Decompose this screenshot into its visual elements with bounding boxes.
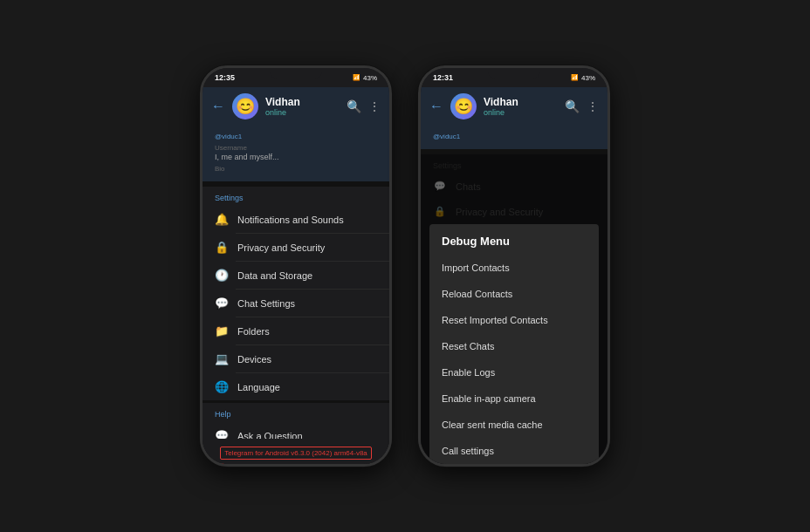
language-icon: 🌐 (215, 380, 229, 393)
battery-icon: 43% (363, 74, 377, 82)
status-icons-left: 📶 43% (353, 74, 377, 82)
menu-item-notifications[interactable]: 🔔 Notifications and Sounds (202, 206, 389, 233)
debug-item-reset-chats[interactable]: Reset Chats (429, 333, 599, 359)
back-button-right[interactable]: ← (429, 99, 443, 114)
menu-item-data[interactable]: 🕐 Data and Storage (202, 262, 389, 289)
avatar-left: 😊 (232, 93, 258, 119)
notch-right (488, 68, 540, 78)
debug-item-enable-logs[interactable]: Enable Logs (429, 359, 599, 385)
data-icon: 🕐 (215, 269, 229, 282)
search-icon-left[interactable]: 🔍 (347, 99, 361, 113)
phone-right: 12:31 📶 43% ← 😊 Vidhan online 🔍 ⋮ @viduc… (418, 65, 610, 467)
menu-item-folders[interactable]: 📁 Folders (202, 317, 389, 344)
profile-bio-label: Bio (215, 165, 377, 173)
phone-content-right: Settings 💬 Chats 🔒 Privacy and Security … (421, 154, 608, 467)
app-header-left: ← 😊 Vidhan online 🔍 ⋮ (202, 87, 389, 126)
phone-right-body: 12:31 📶 43% ← 😊 Vidhan online 🔍 ⋮ @viduc… (418, 65, 610, 467)
debug-menu-title: Debug Menu (429, 224, 599, 255)
devices-icon: 💻 (215, 352, 229, 365)
privacy-label: Privacy and Security (237, 242, 325, 253)
data-label: Data and Storage (237, 270, 312, 281)
folders-label: Folders (237, 326, 270, 337)
header-name-right: Vidhan (484, 96, 558, 108)
phone-left: 12:35 📶 43% ← 😊 Vidhan online 🔍 ⋮ @viduc… (200, 65, 392, 467)
language-label: Language (237, 382, 280, 392)
debug-menu: Debug Menu Import Contacts Reload Contac… (429, 224, 599, 467)
phone-left-body: 12:35 📶 43% ← 😊 Vidhan online 🔍 ⋮ @viduc… (200, 65, 392, 467)
profile-username-right: @viduc1 (433, 133, 595, 140)
profile-bio-text: I, me and myself... (215, 153, 377, 161)
notifications-label: Notifications and Sounds (237, 215, 344, 225)
menu-item-devices[interactable]: 💻 Devices (202, 345, 389, 372)
avatar-emoji-left: 😊 (236, 97, 255, 116)
avatar-right: 😊 (450, 93, 477, 119)
more-icon-left[interactable]: ⋮ (368, 99, 381, 113)
header-info-right: Vidhan online (484, 96, 558, 117)
privacy-icon: 🔒 (215, 241, 229, 254)
profile-section-right: @viduc1 (421, 126, 608, 149)
settings-label-left: Settings (202, 187, 389, 206)
version-text-left: Telegram for Android v6.3.0 (2042) arm64… (220, 447, 372, 460)
header-actions-left: 🔍 ⋮ (347, 99, 381, 113)
profile-username-note: Username (215, 144, 377, 152)
notifications-icon: 🔔 (215, 213, 229, 226)
wifi-icon-right: 📶 (571, 74, 579, 81)
version-bar-left: Telegram for Android v6.3.0 (2042) arm64… (202, 439, 389, 464)
header-status-left: online (265, 108, 340, 117)
notch-left (270, 68, 322, 78)
app-header-right: ← 😊 Vidhan online 🔍 ⋮ (421, 87, 608, 126)
debug-item-enable-camera[interactable]: Enable in-app camera (429, 385, 599, 412)
folders-icon: 📁 (215, 324, 229, 338)
header-info-left: Vidhan online (265, 96, 340, 117)
header-status-right: online (484, 108, 558, 117)
chat-icon: 💬 (215, 297, 229, 310)
time-left: 12:35 (215, 73, 235, 82)
profile-section-left: @viduc1 Username I, me and myself... Bio (202, 126, 389, 181)
chat-label: Chat Settings (237, 298, 295, 309)
debug-item-call-settings[interactable]: Call settings (429, 438, 599, 464)
avatar-emoji-right: 😊 (454, 97, 473, 116)
header-actions-right: 🔍 ⋮ (565, 99, 599, 113)
wifi-icon: 📶 (353, 74, 360, 81)
devices-label: Devices (237, 354, 271, 365)
status-icons-right: 📶 43% (571, 74, 595, 82)
more-icon-right[interactable]: ⋮ (587, 99, 599, 113)
battery-icon-right: 43% (581, 74, 595, 82)
debug-overlay: Debug Menu Import Contacts Reload Contac… (421, 154, 608, 467)
debug-item-import-contacts[interactable]: Import Contacts (429, 255, 599, 281)
debug-item-read-chats[interactable]: Read all Chats (429, 464, 599, 467)
header-name-left: Vidhan (265, 96, 340, 108)
debug-item-reset-imported[interactable]: Reset Imported Contacts (429, 307, 599, 333)
phone-content-left: Settings 🔔 Notifications and Sounds 🔒 Pr… (202, 187, 389, 467)
debug-item-clear-cache[interactable]: Clear sent media cache (429, 412, 599, 438)
time-right: 12:31 (433, 73, 453, 82)
profile-username-left: @viduc1 (215, 133, 377, 140)
back-button-left[interactable]: ← (211, 99, 225, 114)
search-icon-right[interactable]: 🔍 (565, 99, 580, 113)
menu-item-privacy[interactable]: 🔒 Privacy and Security (202, 234, 389, 261)
menu-item-language[interactable]: 🌐 Language (202, 373, 389, 400)
help-label-left: Help (202, 403, 389, 422)
menu-item-chat[interactable]: 💬 Chat Settings (202, 290, 389, 317)
debug-item-reload-contacts[interactable]: Reload Contacts (429, 281, 599, 307)
